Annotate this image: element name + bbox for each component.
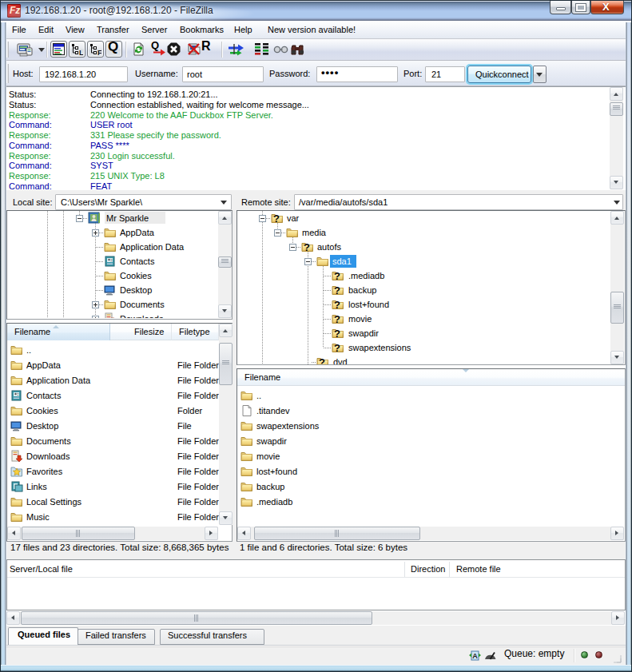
svg-text:L: L xyxy=(79,49,83,55)
svg-text:F: F xyxy=(97,49,101,55)
svg-text:A: A xyxy=(472,652,478,660)
